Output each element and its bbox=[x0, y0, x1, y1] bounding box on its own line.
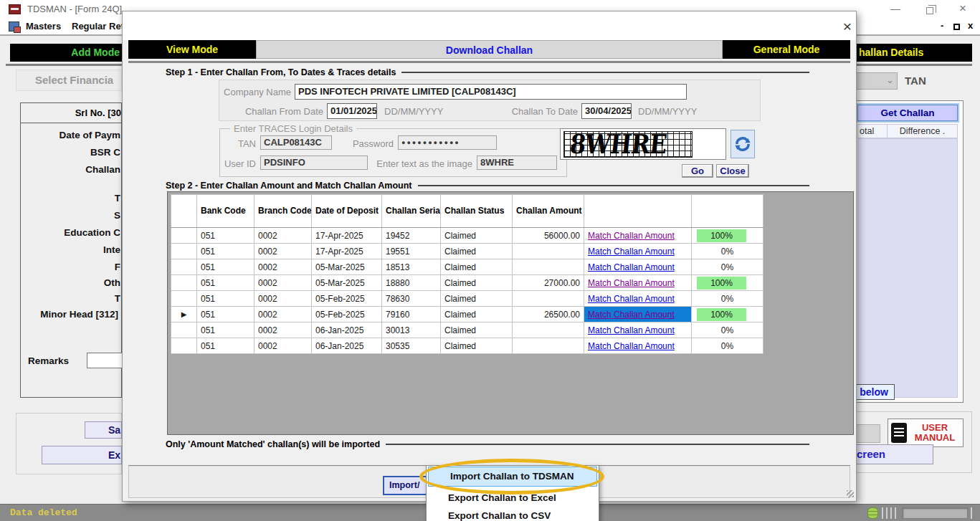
screen-button[interactable]: creen bbox=[853, 444, 933, 464]
match-challan-amount-link[interactable]: Match Challan Amount bbox=[588, 325, 675, 335]
minimize-button[interactable]: — bbox=[883, 0, 908, 17]
col-challan-status: Challan Status bbox=[441, 195, 513, 228]
match-challan-amount-link[interactable]: Match Challan Amount bbox=[588, 341, 675, 351]
challan-status-cell: Claimed bbox=[441, 322, 513, 338]
match-link-cell: Match Challan Amount bbox=[584, 259, 692, 275]
mdi-minimize-button[interactable]: - bbox=[941, 20, 943, 31]
user-manual-button[interactable]: USER MANUAL bbox=[888, 419, 964, 447]
match-link-cell: Match Challan Amount bbox=[584, 291, 692, 307]
row-selector-cell: ▶ bbox=[171, 307, 197, 322]
branch-code-cell: 0002 bbox=[254, 307, 312, 322]
challan-serial-cell: 18513 bbox=[382, 259, 441, 275]
below-link[interactable]: below bbox=[853, 384, 895, 400]
table-row[interactable]: 051000205-Mar-202518880Claimed27000.00Ma… bbox=[171, 275, 763, 291]
match-challan-amount-link[interactable]: Match Challan Amount bbox=[588, 231, 675, 241]
match-challan-amount-link[interactable]: Match Challan Amount bbox=[588, 278, 675, 288]
match-percent-cell: 100% bbox=[692, 228, 763, 244]
table-row[interactable]: 051000206-Jan-202530013ClaimedMatch Chal… bbox=[171, 322, 763, 338]
match-link-cell: Match Challan Amount bbox=[584, 307, 692, 322]
tan-input[interactable]: CALP08143C bbox=[260, 135, 332, 150]
row-selector-cell bbox=[171, 338, 197, 354]
menu-item-import-challan-to-tdsman[interactable]: Import Challan to TDSMAN bbox=[428, 467, 597, 487]
table-row[interactable]: 051000206-Jan-202530535ClaimedMatch Chal… bbox=[171, 338, 763, 354]
captcha-text-input[interactable]: 8WHRE bbox=[477, 156, 557, 170]
tab-general-mode[interactable]: General Mode bbox=[723, 40, 850, 59]
manual-book-icon bbox=[891, 423, 907, 443]
password-input[interactable]: ●●●●●●●●●●● bbox=[398, 135, 497, 150]
summary-table-header: otal Difference . bbox=[857, 124, 958, 138]
challan-status-cell: Claimed bbox=[441, 291, 513, 307]
bank-code-cell: 051 bbox=[197, 228, 254, 244]
challan-serial-cell: 79160 bbox=[382, 307, 441, 322]
tab-download-challan[interactable]: Download Challan bbox=[256, 40, 723, 59]
captcha-refresh-button[interactable] bbox=[731, 130, 755, 158]
challan-status-cell: Claimed bbox=[441, 307, 513, 322]
match-challan-amount-link[interactable]: Match Challan Amount bbox=[588, 262, 675, 272]
field-label: Challan bbox=[85, 164, 120, 175]
challan-from-date-input[interactable]: 01/01/2025 bbox=[327, 103, 377, 119]
challan-amount-cell bbox=[513, 322, 584, 338]
row-selector-header bbox=[171, 195, 197, 228]
bank-code-cell: 051 bbox=[197, 338, 254, 354]
form-icon bbox=[9, 21, 19, 32]
row-selector-cell bbox=[171, 275, 197, 291]
remarks-input[interactable] bbox=[87, 353, 123, 368]
bank-code-cell: 051 bbox=[197, 291, 254, 307]
user-id-input[interactable]: PDSINFO bbox=[260, 156, 368, 170]
traces-legend: Enter TRACES Login Details bbox=[230, 123, 356, 134]
tab-add-mode[interactable]: Add Mode bbox=[10, 44, 122, 62]
match-percent-cell: 0% bbox=[692, 259, 763, 275]
menu-regular-return[interactable]: Regular Retu bbox=[72, 19, 130, 34]
match-percent-badge: 100% bbox=[697, 229, 746, 242]
mdi-restore-button[interactable] bbox=[953, 24, 960, 30]
table-row[interactable]: 051000205-Feb-202578630ClaimedMatch Chal… bbox=[171, 291, 763, 307]
dialog-close-icon[interactable]: × bbox=[838, 17, 857, 36]
challan-amount-cell: 56000.00 bbox=[513, 228, 584, 244]
table-row[interactable]: 051000217-Apr-202519551ClaimedMatch Chal… bbox=[171, 244, 763, 259]
financial-year-dropdown[interactable]: ⌄ bbox=[855, 72, 898, 90]
challan-amount-cell bbox=[513, 338, 584, 354]
restore-button[interactable] bbox=[918, 0, 942, 17]
table-row[interactable]: 051000205-Mar-202518513ClaimedMatch Chal… bbox=[171, 259, 763, 275]
company-name-input[interactable]: PDS INFOTECH PRIVATE LIMITED [CALP08143C… bbox=[295, 84, 687, 100]
total-column-header: otal bbox=[857, 124, 888, 138]
date-of-deposit-cell: 05-Mar-2025 bbox=[312, 259, 382, 275]
branch-code-cell: 0002 bbox=[254, 291, 312, 307]
menu-item-export-challan-to-excel[interactable]: Export Challan to Excel bbox=[427, 489, 599, 507]
menu-item-export-challan-to-csv[interactable]: Export Challan to CSV bbox=[427, 507, 599, 521]
save-button[interactable]: Sa bbox=[85, 421, 122, 439]
col-challan-amount: Challan Amount bbox=[513, 195, 584, 228]
field-label: T bbox=[115, 293, 120, 304]
close-button[interactable]: × bbox=[951, 0, 975, 17]
close-captcha-button[interactable]: Close bbox=[716, 164, 749, 178]
challan-serial-cell: 18880 bbox=[382, 275, 441, 291]
table-header-row: Bank Code Branch Code Date of Deposit Ch… bbox=[171, 195, 763, 228]
bank-code-cell: 051 bbox=[197, 322, 254, 338]
divider bbox=[6, 64, 122, 66]
mdi-close-button[interactable]: x bbox=[968, 20, 973, 31]
resize-grip[interactable] bbox=[847, 490, 854, 497]
match-challan-amount-link[interactable]: Match Challan Amount bbox=[588, 310, 675, 320]
go-button[interactable]: Go bbox=[682, 164, 713, 178]
status-divider bbox=[886, 507, 888, 519]
match-link-cell: Match Challan Amount bbox=[584, 244, 692, 259]
company-name-label: Company Name bbox=[219, 87, 291, 97]
challan-summary-panel: Get Challan otal Difference . bbox=[853, 100, 964, 403]
match-percent-cell: 100% bbox=[692, 275, 763, 291]
match-challan-amount-link[interactable]: Match Challan Amount bbox=[588, 294, 675, 304]
match-percent-cell: 100% bbox=[692, 307, 763, 322]
match-percent-cell: 0% bbox=[692, 338, 763, 354]
table-row[interactable]: 051000217-Apr-202519452Claimed56000.00Ma… bbox=[171, 228, 763, 244]
row-selector-cell bbox=[171, 259, 197, 275]
match-challan-amount-link[interactable]: Match Challan Amount bbox=[588, 247, 675, 257]
tab-challan-details[interactable]: hallan Details bbox=[850, 44, 972, 62]
branch-code-cell: 0002 bbox=[254, 228, 312, 244]
exit-button[interactable]: Ex bbox=[42, 446, 122, 464]
table-row[interactable]: ▶051000205-Feb-202579160Claimed26500.00M… bbox=[171, 307, 763, 322]
challan-status-cell: Claimed bbox=[441, 259, 513, 275]
branch-code-cell: 0002 bbox=[254, 322, 312, 338]
tab-view-mode[interactable]: View Mode bbox=[128, 40, 256, 59]
get-challan-button[interactable]: Get Challan bbox=[857, 105, 958, 121]
menu-masters[interactable]: Masters bbox=[26, 19, 61, 34]
challan-to-date-input[interactable]: 30/04/2025 bbox=[581, 103, 632, 119]
